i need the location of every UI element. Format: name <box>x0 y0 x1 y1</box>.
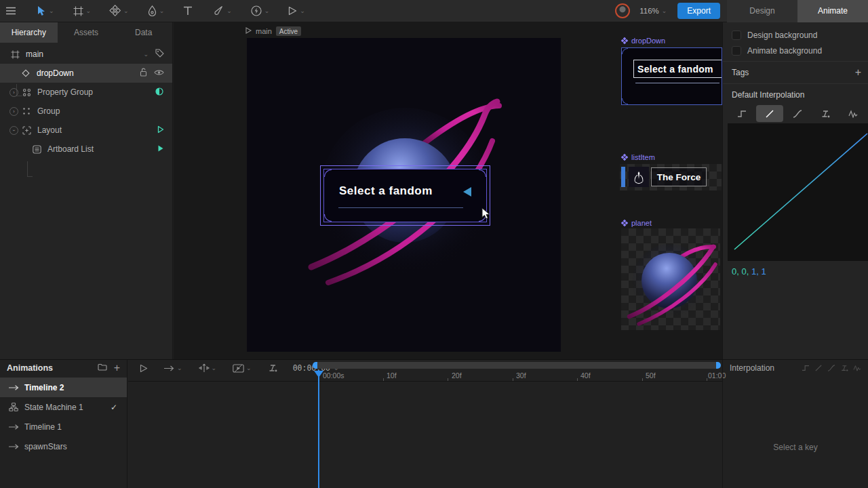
chevron-down-icon[interactable]: ⌄ <box>264 8 270 14</box>
preview-listitem-artboard[interactable]: The Force <box>620 164 722 190</box>
nested-artboard-icon <box>20 69 31 77</box>
interpolation-type-buttons <box>728 105 867 122</box>
text-tool-button[interactable] <box>178 0 198 22</box>
animation-name: spawnStars <box>24 442 67 451</box>
interp-elastic-icon[interactable] <box>853 365 861 371</box>
interp-cubic-icon[interactable] <box>827 365 835 371</box>
default-interpolation-label: Default Interpolation <box>732 90 804 100</box>
range-end-handle[interactable] <box>716 362 721 369</box>
interpolation-panel-title: Interpolation <box>730 363 774 373</box>
solo-outline-icon[interactable] <box>157 125 164 136</box>
bezier-curve-line <box>728 123 868 261</box>
chevron-down-icon[interactable]: ⌄ <box>49 8 54 14</box>
ruler-tick: 40f <box>580 371 591 380</box>
interp-linear-button[interactable] <box>756 105 783 122</box>
tree-label: Group <box>37 106 60 116</box>
playhead-handle[interactable] <box>314 371 323 378</box>
checkbox-icon[interactable] <box>732 46 741 56</box>
tab-hierarchy[interactable]: Hierarchy <box>0 22 58 43</box>
transform-tool-button[interactable]: ⌄ <box>104 0 134 22</box>
add-tag-button[interactable]: + <box>855 67 861 78</box>
tree-row-group[interactable]: › Group <box>0 102 172 121</box>
checkbox-icon[interactable] <box>732 30 741 40</box>
preview-listitem-text: The Force <box>651 167 707 186</box>
component-label-planet[interactable]: planet <box>621 219 652 227</box>
tab-design[interactable]: Design <box>727 0 797 22</box>
animation-row-spawnstars[interactable]: spawnStars <box>0 436 127 456</box>
chevron-down-icon[interactable]: ⌄ <box>226 8 232 14</box>
expand-chevron-icon[interactable]: › <box>9 88 18 97</box>
animation-row-timeline2[interactable]: Timeline 2 <box>0 378 127 397</box>
artboard-tool-button[interactable]: ⌄ <box>68 0 97 22</box>
play-small-icon[interactable] <box>245 26 252 36</box>
animation-row-timeline1[interactable]: Timeline 1 <box>0 417 127 436</box>
tree-row-dropdown[interactable]: dropDown <box>0 64 172 83</box>
chevron-down-icon[interactable]: ⌄ <box>143 52 149 58</box>
state-machine-icon <box>8 403 19 411</box>
stage-canvas[interactable]: main Active <box>174 22 722 359</box>
playhead-line[interactable] <box>318 370 319 488</box>
design-background-option[interactable]: Design background <box>732 30 817 40</box>
chevron-down-icon[interactable]: ⌄ <box>86 8 92 14</box>
interp-cubic-hold-icon[interactable] <box>840 365 848 371</box>
interp-cubic-hold-button[interactable] <box>812 105 839 122</box>
component-name: dropDown <box>631 37 665 45</box>
interp-hold-icon[interactable] <box>802 365 810 371</box>
interp-elastic-button[interactable] <box>840 105 867 122</box>
tree-row-layout[interactable]: › Layout <box>0 121 172 140</box>
range-start-handle[interactable] <box>313 362 317 369</box>
artboard-name[interactable]: main <box>256 27 272 35</box>
eye-icon[interactable] <box>154 68 164 78</box>
component-label-listitem[interactable]: listItem <box>621 153 655 161</box>
zoom-control[interactable]: 116% ⌄ <box>639 7 667 15</box>
collapse-chevron-icon[interactable]: › <box>9 126 18 135</box>
dropdown-arrow-icon[interactable] <box>463 187 471 197</box>
brush-tool-button[interactable]: ⌄ <box>208 0 237 22</box>
solo-filled-icon[interactable] <box>157 144 164 155</box>
tab-assets[interactable]: Assets <box>58 22 115 43</box>
actions-tool-button[interactable]: ⌄ <box>245 0 275 22</box>
component-label-dropdown[interactable]: dropDown <box>621 37 665 45</box>
animation-row-statemachine1[interactable]: State Machine 1 ✓ <box>0 397 127 417</box>
interpolation-empty-state: Select a key <box>723 443 868 452</box>
interp-cubic-button[interactable] <box>784 105 811 122</box>
new-folder-button[interactable] <box>98 363 107 373</box>
active-badge: Active <box>276 26 301 36</box>
component-name: planet <box>631 219 652 227</box>
tree-row-main[interactable]: main ⌄ <box>0 45 172 64</box>
corner-ornament <box>324 169 332 177</box>
timeline-range-scrollbar[interactable] <box>313 362 721 369</box>
interp-hold-button[interactable] <box>728 105 755 122</box>
preview-dropdown-artboard[interactable]: Select a fandom <box>621 47 722 105</box>
preview-planet-artboard[interactable] <box>621 228 720 330</box>
tab-animate[interactable]: Animate <box>797 0 868 22</box>
tag-icon[interactable] <box>155 49 164 60</box>
data-bind-toggle-icon[interactable] <box>155 87 164 98</box>
export-button[interactable]: Export <box>677 3 720 19</box>
chevron-down-icon[interactable]: ⌄ <box>300 8 305 14</box>
user-avatar[interactable] <box>615 3 630 18</box>
chevron-down-icon[interactable]: ⌄ <box>123 8 129 14</box>
pen-tool-button[interactable]: ⌄ <box>142 0 170 22</box>
checkbox-label: Design background <box>747 30 817 40</box>
chevron-down-icon[interactable]: ⌄ <box>159 8 165 14</box>
bezier-in-values: 0, 0, <box>732 266 749 277</box>
tree-label: Artboard List <box>47 144 94 154</box>
expand-chevron-icon[interactable]: › <box>9 107 18 116</box>
add-animation-button[interactable]: + <box>114 362 120 374</box>
tree-row-property-group[interactable]: › Property Group <box>0 83 172 102</box>
nested-artboard-icon <box>621 220 628 226</box>
bezier-curve-editor[interactable] <box>728 123 868 261</box>
canvas-dropdown[interactable]: Select a fandom <box>320 165 490 226</box>
timeline-ruler[interactable]: 00:00s 10f 20f 30f 40f 50f 01:00 <box>128 370 722 382</box>
main-menu-button[interactable] <box>0 0 22 22</box>
tree-row-artboard-list[interactable]: Artboard List <box>0 140 172 159</box>
main-artboard[interactable]: Select a fandom <box>247 38 561 352</box>
tab-data[interactable]: Data <box>115 22 172 43</box>
lock-icon[interactable] <box>140 68 147 79</box>
chevron-down-icon: ⌄ <box>662 8 667 14</box>
interp-linear-icon[interactable] <box>814 365 823 371</box>
select-tool-button[interactable]: ⌄ <box>31 0 60 22</box>
animate-background-option[interactable]: Animate background <box>732 46 822 56</box>
play-tool-button[interactable]: ⌄ <box>283 0 311 22</box>
